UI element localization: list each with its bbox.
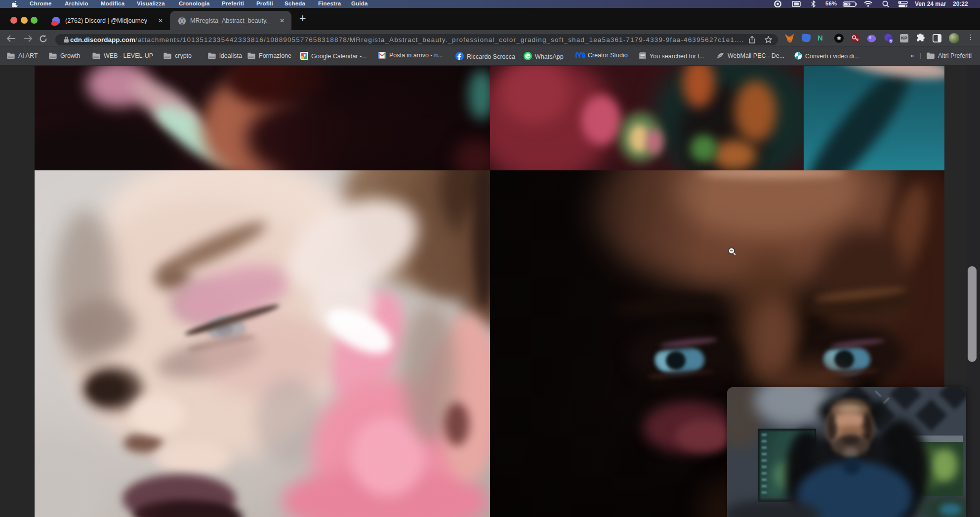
svg-text:5: 5 bbox=[890, 39, 892, 43]
svg-text:31: 31 bbox=[302, 54, 306, 57]
